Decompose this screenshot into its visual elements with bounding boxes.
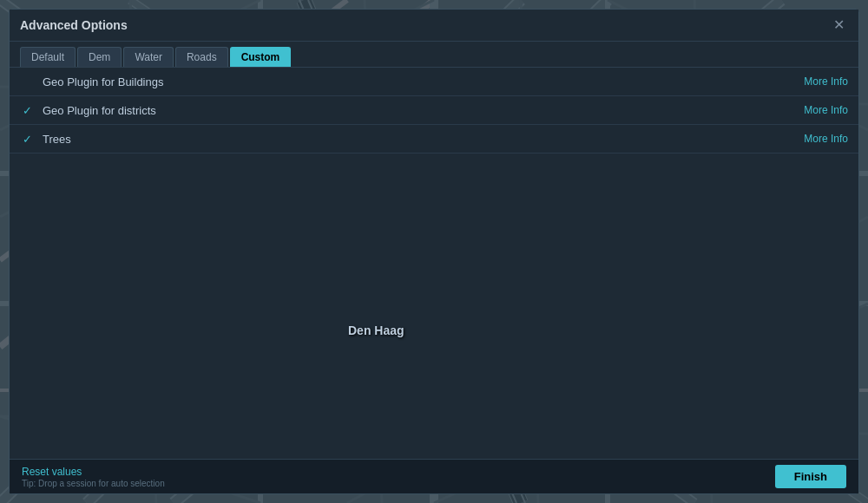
- dialog-title: Advanced Options: [20, 18, 128, 32]
- plugins-panel: ✓ Geo Plugin for Buildings More Info ✓ G…: [10, 68, 858, 154]
- finish-button[interactable]: Finish: [775, 465, 846, 488]
- plugin-row-trees: ✓ Trees More Info: [10, 125, 858, 154]
- tab-default[interactable]: Default: [20, 47, 76, 67]
- tab-water[interactable]: Water: [123, 47, 174, 67]
- content-area: ✓ Geo Plugin for Buildings More Info ✓ G…: [10, 68, 858, 493]
- more-info-trees[interactable]: More Info: [804, 133, 848, 145]
- advanced-options-dialog: Advanced Options ✕ Default Dem Water Roa…: [9, 9, 859, 494]
- plugin-row-districts: ✓ Geo Plugin for districts More Info: [10, 96, 858, 125]
- reset-values-link[interactable]: Reset values: [22, 466, 165, 478]
- tabs-container: Default Dem Water Roads Custom: [10, 42, 858, 68]
- dialog-header: Advanced Options ✕: [10, 10, 858, 42]
- plugin-name-trees: Trees: [43, 133, 804, 146]
- tab-dem[interactable]: Dem: [77, 47, 122, 67]
- bottom-bar: Reset values Tip: Drop a session for aut…: [10, 459, 858, 493]
- map-city-label: Den Haag: [348, 323, 404, 337]
- hint-text: Tip: Drop a session for auto selection: [22, 479, 165, 488]
- more-info-buildings[interactable]: More Info: [804, 75, 848, 88]
- plugin-row-buildings: ✓ Geo Plugin for Buildings More Info: [10, 68, 858, 96]
- checkbox-geo-districts[interactable]: ✓: [20, 103, 34, 117]
- plugin-name-districts: Geo Plugin for districts: [43, 104, 804, 117]
- tab-custom[interactable]: Custom: [230, 47, 292, 67]
- plugin-name-buildings: Geo Plugin for Buildings: [43, 75, 804, 88]
- more-info-districts[interactable]: More Info: [804, 104, 848, 116]
- close-button[interactable]: ✕: [830, 16, 848, 34]
- checkbox-trees[interactable]: ✓: [20, 132, 34, 146]
- checkbox-geo-buildings[interactable]: ✓: [20, 75, 34, 88]
- tab-roads[interactable]: Roads: [175, 47, 228, 67]
